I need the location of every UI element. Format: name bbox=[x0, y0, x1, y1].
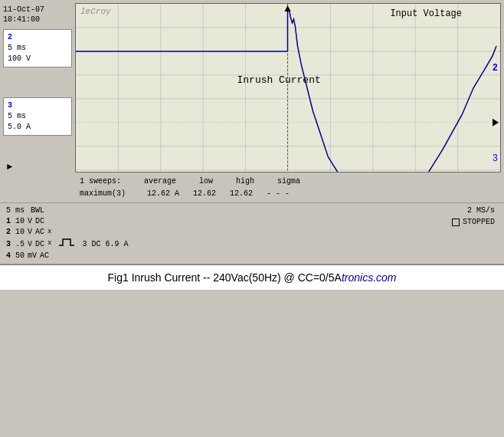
date-label: 11-Oct-07 bbox=[3, 5, 72, 15]
ch3-number: 3 bbox=[8, 100, 67, 111]
ch2-scale: 10 bbox=[15, 227, 25, 237]
time-label: 10:41:00 bbox=[3, 15, 72, 25]
square-wave-icon bbox=[59, 238, 74, 250]
arrow-marker: ► bbox=[7, 162, 72, 172]
ch3-timebase: 5 ms bbox=[8, 111, 67, 122]
input-voltage-label: Input Voltage bbox=[390, 8, 462, 19]
ch4-scale: 50 bbox=[15, 251, 25, 261]
sample-rate: 2 MS/s bbox=[452, 206, 495, 215]
brand-link: tronics.com bbox=[342, 271, 397, 284]
channel-list: 1 10 V DC 2 10 V AC x 3 .5 V DC x bbox=[6, 216, 498, 261]
ch1-num: 1 bbox=[6, 216, 12, 226]
ch2-unit: V bbox=[28, 227, 32, 237]
ch2-coupling: AC bbox=[35, 227, 44, 237]
ch3-dc-label: 3 DC 6.9 A bbox=[82, 239, 128, 249]
ch3-scale: .5 bbox=[15, 239, 25, 249]
low-label: low bbox=[199, 176, 213, 187]
ch3-row: 3 .5 V DC x 3 DC 6.9 A bbox=[6, 238, 498, 250]
timebase-display: 5 ms bbox=[6, 206, 25, 215]
high-val: 12.62 bbox=[230, 188, 253, 199]
ch1-scale: 10 bbox=[15, 216, 25, 226]
ch4-row: 4 50 mV AC bbox=[6, 251, 498, 261]
low-val: 12.62 bbox=[193, 188, 216, 199]
ch3-coupling: DC bbox=[35, 239, 44, 249]
ch3-right-label: 3 bbox=[493, 153, 498, 164]
ch1-coupling: DC bbox=[35, 216, 44, 226]
scope-screen: leCroy Input Voltage Inrush Current 2 3 bbox=[75, 3, 501, 172]
ch2-num: 2 bbox=[6, 227, 12, 237]
average-val: 12.62 A bbox=[147, 188, 179, 199]
caption-text: Fig1 Inrush Current -- 240Vac(50Hz) @ CC… bbox=[108, 271, 342, 284]
controls-area: 5 ms BWL 1 10 V DC 2 10 V AC x 3 .5 V DC bbox=[0, 202, 504, 264]
ch2-xmark: x bbox=[47, 228, 51, 237]
average-label: average bbox=[144, 176, 176, 187]
inrush-current-label: Inrush Current bbox=[237, 74, 321, 86]
channel2-box: 2 5 ms 100 V bbox=[3, 29, 72, 67]
bwl-label: BWL bbox=[31, 206, 44, 215]
ch2-number: 2 bbox=[8, 32, 67, 43]
timestamp: 11-Oct-07 10:41:00 bbox=[3, 3, 72, 26]
ch2-timebase: 5 ms bbox=[8, 43, 67, 54]
sweeps-count: 1 sweeps: bbox=[80, 176, 121, 187]
ch2-right-label: 2 bbox=[493, 63, 498, 74]
scope-grid bbox=[76, 4, 500, 172]
main-container: 11-Oct-07 10:41:00 2 5 ms 100 V 3 5 ms 5… bbox=[0, 0, 504, 437]
ch2-row: 2 10 V AC x bbox=[6, 227, 498, 237]
ch2-scale: 100 V bbox=[8, 54, 67, 64]
ch3-scale: 5.0 A bbox=[8, 122, 67, 133]
ch3-xmark: x bbox=[47, 239, 51, 248]
ch1-row: 1 10 V DC bbox=[6, 216, 498, 226]
ch3-unit: V bbox=[28, 239, 32, 249]
scope-area: 11-Oct-07 10:41:00 2 5 ms 100 V 3 5 ms 5… bbox=[0, 0, 504, 172]
ch3-num: 3 bbox=[6, 239, 12, 249]
caption-area: Fig1 Inrush Current -- 240Vac(50Hz) @ CC… bbox=[0, 264, 504, 290]
ch4-coupling: AC bbox=[40, 251, 49, 261]
sigma-label: sigma bbox=[277, 176, 300, 187]
channel3-box: 3 5 ms 5.0 A bbox=[3, 97, 72, 136]
ch4-num: 4 bbox=[6, 251, 12, 261]
status-label: STOPPED bbox=[463, 218, 495, 226]
stats-area: 1 sweeps: average low high sigma maximum… bbox=[0, 172, 504, 202]
stop-box-icon bbox=[452, 219, 460, 226]
ch1-unit: V bbox=[28, 216, 32, 226]
left-panel: 11-Oct-07 10:41:00 2 5 ms 100 V 3 5 ms 5… bbox=[3, 3, 72, 172]
ch4-unit: mV bbox=[28, 251, 37, 261]
lecroy-brand: leCroy bbox=[80, 7, 111, 16]
sigma-val: - - - bbox=[267, 188, 290, 199]
maximum-label: maximum(3) bbox=[80, 188, 126, 199]
high-label: high bbox=[236, 176, 254, 187]
